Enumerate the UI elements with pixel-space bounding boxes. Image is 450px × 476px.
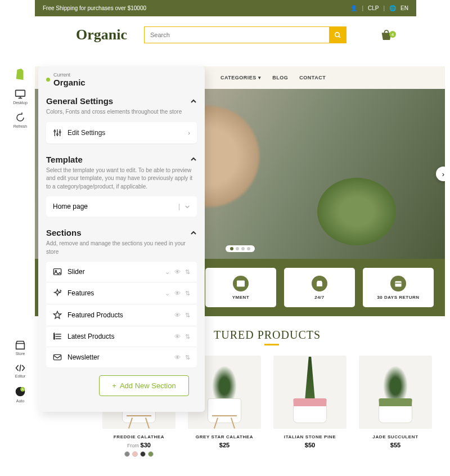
section-item-newsletter[interactable]: Newsletter 👁⇅ [46, 347, 197, 367]
desktop-tool[interactable]: Desktop [13, 89, 28, 105]
nav-contact[interactable]: CONTACT [299, 75, 326, 80]
section-item-features[interactable]: Features ⌄👁⇅ [46, 282, 197, 304]
product-price: $50 [273, 442, 346, 448]
topbar-right: 👤| CLP| 🌐 EN [350, 5, 408, 11]
eye-icon[interactable]: 👁 [174, 354, 181, 361]
color-swatches[interactable] [102, 451, 176, 457]
plus-icon: + [112, 381, 116, 390]
section-item-featured-products[interactable]: Featured Products 👁⇅ [46, 304, 197, 326]
calendar-icon [390, 276, 406, 291]
drag-icon[interactable]: ⇅ [185, 354, 190, 361]
section-title[interactable]: Template [46, 155, 197, 164]
panel-header: Current Organic [38, 66, 205, 91]
feature-card: 30 DAYS RETURN [363, 268, 434, 307]
chevron-up-icon [190, 231, 197, 235]
drag-icon[interactable]: ⇅ [185, 333, 190, 340]
search-button[interactable] [329, 27, 346, 43]
auto-tool[interactable]: AAuto [15, 386, 26, 403]
status-dot [46, 78, 50, 82]
left-tool-rail-bottom: Store Editor AAuto [9, 340, 32, 403]
add-section-button[interactable]: +Add New Section [99, 375, 189, 396]
section-item-latest-products[interactable]: 123 Latest Products 👁⇅ [46, 326, 197, 347]
section-title[interactable]: General Settings [46, 96, 197, 106]
eye-icon[interactable]: 👁 [174, 268, 181, 276]
chevron-down-icon[interactable]: ⌄ [165, 268, 170, 276]
svg-rect-2 [16, 90, 25, 96]
svg-point-15 [57, 133, 58, 135]
section-desc: Colors, Fonts and cross elements through… [46, 108, 197, 116]
product-card[interactable]: ITALIAN STONE PINE $50 [273, 356, 346, 457]
current-label: Current [53, 72, 86, 78]
eye-icon[interactable]: 👁 [174, 333, 181, 340]
hero-pager[interactable] [226, 245, 255, 252]
chevron-right-icon: › [188, 129, 190, 136]
mail-icon [53, 353, 62, 361]
chevron-down-icon[interactable]: ⌄ [165, 290, 170, 297]
section-title[interactable]: Sections [46, 228, 197, 237]
drag-icon[interactable]: ⇅ [185, 290, 190, 297]
svg-line-1 [339, 36, 340, 38]
eye-icon[interactable]: 👁 [174, 312, 181, 319]
promo-text: Free Shipping for purchases over $10000 [43, 5, 146, 11]
feature-card: YMENT [205, 268, 276, 307]
section-item-slider[interactable]: Slider ⌄👁⇅ [46, 262, 197, 282]
currency-selector[interactable]: CLP [368, 5, 379, 11]
sliders-icon [53, 128, 62, 137]
nav-blog[interactable]: BLOG [272, 75, 288, 80]
chevron-up-icon [190, 99, 197, 104]
editor-tool[interactable]: Editor [15, 363, 26, 378]
feature-card: 24/7 [284, 268, 355, 307]
product-image [359, 356, 432, 429]
nav-categories[interactable]: CATEGORIES ▾ [220, 75, 261, 80]
chevron-up-icon [190, 157, 197, 161]
svg-point-0 [335, 32, 339, 37]
language-selector[interactable]: EN [400, 5, 408, 11]
svg-point-14 [54, 131, 56, 132]
payment-icon [233, 276, 249, 291]
dropdown-indicator: | [178, 203, 190, 210]
list-icon: 123 [53, 333, 62, 340]
refresh-tool[interactable]: Refresh [14, 113, 28, 128]
svg-rect-9 [395, 281, 401, 286]
section-desc: Add, remove and manage the sections you … [46, 240, 197, 256]
svg-rect-17 [53, 269, 61, 275]
hero-next-button[interactable]: › [436, 167, 445, 181]
eye-icon[interactable]: 👁 [174, 290, 181, 297]
star-icon [53, 311, 62, 320]
product-price: $25 [188, 442, 261, 448]
drag-icon[interactable]: ⇅ [185, 268, 190, 276]
cart-badge: 4 [389, 31, 396, 38]
svg-text:A: A [21, 388, 24, 391]
drag-icon[interactable]: ⇅ [185, 312, 190, 319]
support-icon [312, 276, 327, 291]
template-section: Template Select the template you want to… [38, 149, 205, 223]
product-price: From $30 [102, 442, 176, 448]
sections-section: Sections Add, remove and manage the sect… [38, 222, 205, 402]
brand-logo[interactable]: Organic [76, 26, 127, 43]
search-input[interactable] [145, 27, 329, 43]
top-bar: Free Shipping for purchases over $10000 … [35, 0, 416, 16]
user-icon[interactable]: 👤 [350, 5, 357, 11]
left-tool-rail: Desktop Refresh [9, 68, 32, 128]
general-settings-section: General Settings Colors, Fonts and cross… [38, 91, 205, 149]
product-card[interactable]: JADE SUCCULENT $55 [359, 356, 432, 457]
section-desc: Select the template you want to edit. To… [46, 167, 197, 191]
store-tool[interactable]: Store [15, 340, 26, 356]
cart-button[interactable]: 4 [380, 29, 393, 41]
svg-point-16 [59, 131, 61, 133]
template-select[interactable]: Home page | [46, 196, 197, 217]
svg-rect-8 [237, 280, 245, 286]
current-theme-name: Organic [53, 78, 86, 87]
shopify-icon[interactable] [14, 68, 26, 81]
search-box [144, 26, 346, 43]
editor-panel: Current Organic General Settings Colors,… [38, 66, 205, 412]
svg-text:3: 3 [53, 337, 55, 340]
globe-icon: 🌐 [389, 5, 396, 11]
product-image [273, 356, 346, 429]
image-icon [53, 268, 62, 276]
sections-list: Slider ⌄👁⇅ Features ⌄👁⇅ Featured Product… [46, 262, 197, 367]
product-price: $55 [359, 442, 432, 448]
sparkle-icon [53, 289, 62, 298]
edit-settings-button[interactable]: Edit Settings › [46, 122, 197, 143]
svg-rect-25 [53, 354, 61, 360]
